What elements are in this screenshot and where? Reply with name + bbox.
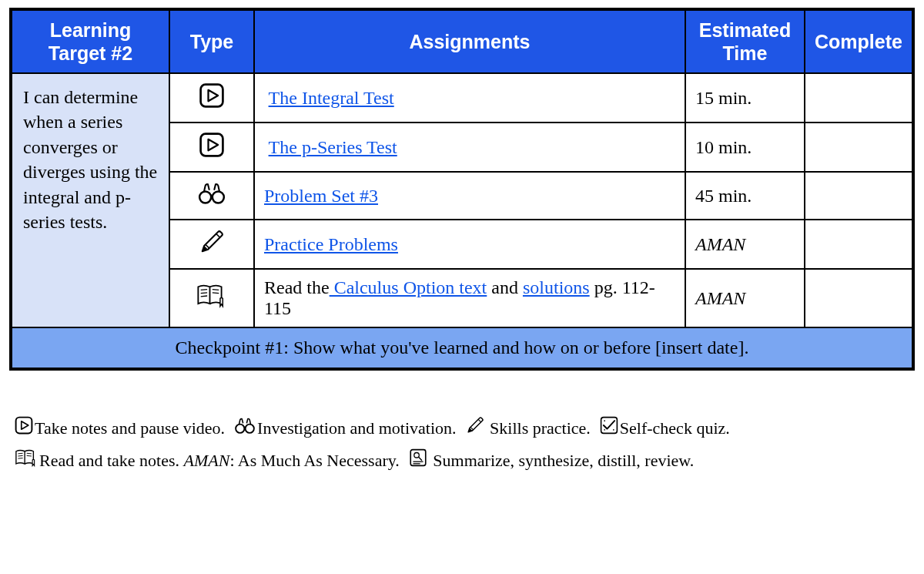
- legend-readnotes-text: Read and take notes.: [39, 451, 179, 470]
- legend-video-text: Take notes and pause video.: [35, 418, 225, 438]
- assignment-cell: Problem Set #3: [254, 172, 685, 220]
- legend-binoculars-text: Investigation and motivation.: [257, 418, 456, 438]
- video-icon: [14, 415, 34, 445]
- pencil-icon: [198, 228, 226, 260]
- time-cell: AMAN: [685, 220, 805, 269]
- legend-aman-text: : As Much As Necessary.: [229, 451, 399, 470]
- assignment-cell: Read the Calculus Option text and soluti…: [254, 269, 685, 327]
- assignment-link[interactable]: The Integral Test: [269, 88, 394, 108]
- assignment-text-pre: Read the: [264, 277, 330, 297]
- read-notes-icon: [14, 447, 38, 478]
- legend-line-2: Read and take notes. AMAN: As Much As Ne…: [14, 445, 910, 478]
- summarize-icon: [408, 447, 428, 478]
- type-cell: [169, 73, 254, 123]
- time-cell: AMAN: [685, 269, 805, 327]
- header-assignments: Assignments: [254, 10, 685, 73]
- type-cell: [169, 123, 254, 172]
- assignment-link[interactable]: Problem Set #3: [264, 186, 378, 206]
- type-cell: [169, 220, 254, 269]
- assignment-cell: The p-Series Test: [254, 123, 685, 172]
- legend-line-1: Take notes and pause video. Investigatio…: [14, 413, 910, 445]
- read-notes-icon: [196, 283, 228, 314]
- header-complete: Complete: [805, 10, 912, 73]
- time-cell: 15 min.: [685, 73, 805, 123]
- checkpoint-row: Checkpoint #1: Show what you've learned …: [12, 327, 912, 368]
- time-cell: 45 min.: [685, 172, 805, 220]
- video-icon: [198, 82, 226, 114]
- legend-pencil-text: Skills practice.: [490, 418, 591, 438]
- legend: Take notes and pause video. Investigatio…: [14, 413, 910, 478]
- video-icon: [198, 131, 226, 163]
- assignment-cell: Practice Problems: [254, 220, 685, 269]
- complete-cell: [805, 123, 912, 172]
- complete-cell: [805, 220, 912, 269]
- legend-summarize-text: Summarize, synthesize, distill, review.: [433, 451, 694, 470]
- header-row: Learning Target #2 Type Assignments Esti…: [12, 10, 912, 73]
- header-target: Learning Target #2: [12, 10, 169, 73]
- learning-target-text: I can determine when a series converges …: [12, 73, 169, 327]
- learning-target-table: Learning Target #2 Type Assignments Esti…: [9, 8, 915, 371]
- legend-checkquiz-text: Self-check quiz.: [620, 418, 730, 438]
- complete-cell: [805, 269, 912, 327]
- header-time: Estimated Time: [685, 10, 805, 73]
- assignment-cell: The Integral Test: [254, 73, 685, 123]
- assignment-link[interactable]: Calculus Option text: [330, 277, 487, 297]
- table-row: I can determine when a series converges …: [12, 73, 912, 123]
- type-cell: [169, 269, 254, 327]
- binoculars-icon: [196, 180, 227, 211]
- pencil-icon: [465, 415, 485, 445]
- assignment-text-mid: and: [487, 277, 523, 297]
- binoculars-icon: [233, 415, 256, 445]
- assignment-link[interactable]: Practice Problems: [264, 234, 398, 254]
- complete-cell: [805, 73, 912, 123]
- type-cell: [169, 172, 254, 220]
- complete-cell: [805, 172, 912, 220]
- check-quiz-icon: [599, 415, 619, 445]
- header-type: Type: [169, 10, 254, 73]
- legend-aman-label: AMAN: [184, 451, 230, 470]
- assignment-link-2[interactable]: solutions: [523, 277, 590, 297]
- assignment-link[interactable]: The p-Series Test: [269, 137, 397, 157]
- checkpoint-text: Checkpoint #1: Show what you've learned …: [12, 327, 912, 368]
- time-cell: 10 min.: [685, 123, 805, 172]
